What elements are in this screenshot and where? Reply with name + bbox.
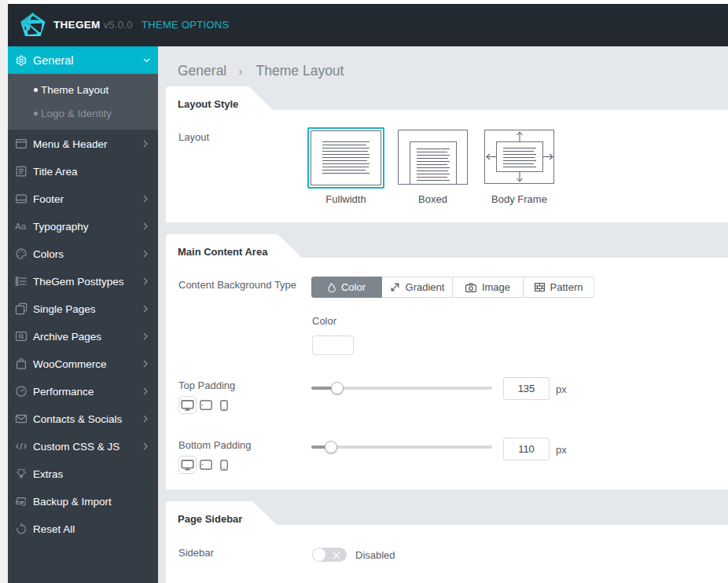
svg-text:Aa: Aa [15,221,27,231]
